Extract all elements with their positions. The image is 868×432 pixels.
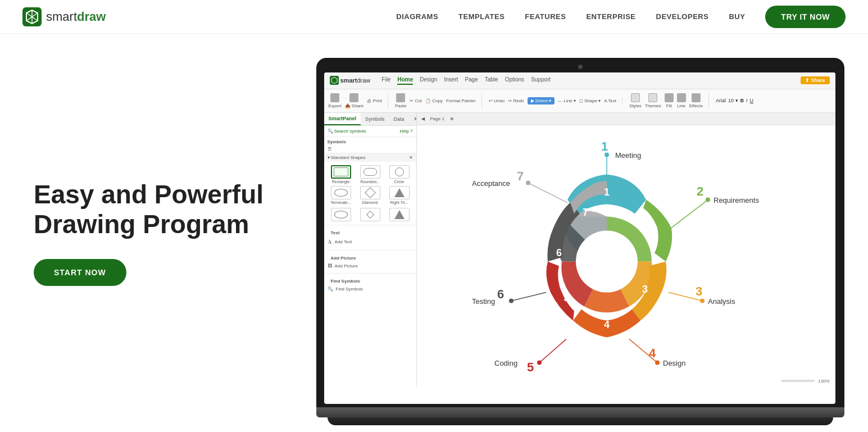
toolbar-effects[interactable]: Effects	[689, 93, 703, 108]
svg-text:Requirements: Requirements	[714, 195, 759, 204]
shape-triangle[interactable]: Right Tri...	[386, 186, 413, 204]
shapes-close[interactable]: ✕	[409, 155, 413, 160]
shapes-grid: Rectangle Rounded... Circle	[324, 162, 416, 208]
toolbar-export[interactable]: Export	[329, 93, 342, 108]
toolbar-themes[interactable]: Themes	[645, 93, 661, 108]
shape-rectangle[interactable]: Rectangle	[328, 165, 355, 184]
help-link[interactable]: Help ?	[399, 129, 412, 134]
svg-text:3: 3	[696, 284, 702, 298]
find-symbols-section: Find Symbols 🔍 Find Symbols	[324, 273, 416, 296]
sidebar-close[interactable]: ✕	[409, 113, 417, 125]
laptop-screen: smartdraw File Home Design Insert Page T…	[324, 72, 835, 404]
shape-terminate[interactable]: Terminate...	[328, 186, 355, 204]
app-menu-insert[interactable]: Insert	[444, 76, 458, 85]
search-symbols-link[interactable]: 🔍 Search symbols	[328, 129, 366, 134]
zoom-bar[interactable]	[781, 380, 815, 382]
svg-line-19	[671, 199, 708, 228]
toolbar-share[interactable]: 📤 Share	[345, 93, 364, 108]
add-picture-row[interactable]: 🖼 Add Picture	[328, 262, 413, 270]
try-it-now-button[interactable]: TRY IT NOW	[765, 6, 846, 28]
toolbar-cut[interactable]: ✂ Cut	[410, 98, 422, 103]
add-text-row[interactable]: 𝐀 Add Text	[328, 237, 413, 247]
nav-templates[interactable]: TEMPLATES	[458, 12, 505, 21]
start-now-button[interactable]: START NOW	[34, 259, 126, 286]
app-toolbar: Export 📤 Share 🖨 Print	[324, 89, 835, 113]
nav-buy[interactable]: BUY	[729, 12, 745, 21]
toolbar-styles[interactable]: Styles	[629, 93, 642, 108]
hero-right: smartdraw File Home Design Insert Page T…	[292, 41, 868, 425]
svg-point-40	[526, 180, 530, 185]
app-menu-file[interactable]: File	[381, 76, 390, 85]
svg-text:3: 3	[642, 283, 648, 294]
nav-developers[interactable]: DEVELOPERS	[656, 12, 709, 21]
picture-section: Add Picture 🖼 Add Picture	[324, 250, 416, 273]
app-body: SmartPanel Symbols Data ✕ 🔍 Search symbo…	[324, 113, 835, 387]
app-menu-home[interactable]: Home	[397, 76, 413, 85]
app-menu-page[interactable]: Page	[465, 76, 478, 85]
logo[interactable]: smartdraw	[22, 7, 106, 26]
app-menu-support[interactable]: Support	[531, 76, 551, 85]
add-text-icon: 𝐀	[328, 238, 332, 245]
canvas-nav-left[interactable]: ◀	[421, 116, 425, 121]
logo-icon	[22, 7, 42, 26]
sidebar-tab-data[interactable]: Data	[389, 113, 409, 125]
svg-text:5: 5	[527, 360, 534, 374]
canvas-toolbar: ◀ Page 1 ⊕	[417, 113, 835, 125]
laptop-camera	[578, 65, 583, 69]
app-menu-options[interactable]: Options	[505, 76, 524, 85]
shape-diamond[interactable]: Diamond	[357, 186, 384, 204]
svg-point-36	[509, 298, 513, 303]
font-underline[interactable]: U	[750, 98, 754, 103]
shape-circle[interactable]: Circle	[386, 165, 413, 184]
toolbar-print[interactable]: 🖨 Print	[367, 98, 382, 103]
nav-features[interactable]: FEATURES	[525, 12, 566, 21]
shapes-grid2	[324, 208, 416, 225]
text-section: Text 𝐀 Add Text	[324, 225, 416, 250]
toolbar-line-style[interactable]: Line	[677, 93, 686, 108]
shape-extra2[interactable]	[357, 208, 384, 221]
toolbar-fill[interactable]: Fill	[665, 93, 674, 108]
toolbar-paste[interactable]: Paste	[395, 93, 406, 108]
toolbar-shape[interactable]: ◻ Shape ▾	[579, 98, 601, 103]
app-logo-text: smartdraw	[340, 77, 371, 84]
find-symbols-label: Find Symbols	[336, 287, 363, 292]
app-share-button[interactable]: ⬆ Share	[801, 76, 830, 84]
canvas-add-page[interactable]: ⊕	[450, 116, 454, 121]
toolbar-format-painter[interactable]: Format Painter	[446, 98, 476, 103]
svg-text:Design: Design	[663, 358, 685, 367]
sidebar-tab-symbols[interactable]: Symbols	[361, 113, 389, 125]
add-picture-icon: 🖼	[328, 263, 332, 269]
font-size[interactable]: 10 ▾	[728, 98, 738, 103]
nav-enterprise[interactable]: ENTERPRISE	[586, 12, 635, 21]
add-picture-label: Add Picture	[335, 263, 358, 269]
hero-title: Easy and Powerful Drawing Program	[34, 180, 292, 239]
toolbar-undo[interactable]: ↩ Undo	[489, 98, 505, 103]
svg-point-32	[537, 360, 542, 365]
sidebar-tab-smartpanel[interactable]: SmartPanel	[324, 113, 361, 125]
toolbar-line[interactable]: — Line ▾	[558, 98, 576, 103]
toolbar-copy[interactable]: 📋 Copy	[425, 98, 443, 103]
app-menu-table[interactable]: Table	[485, 76, 498, 85]
svg-line-39	[528, 183, 567, 202]
font-italic[interactable]: I	[746, 98, 748, 103]
find-symbols-row[interactable]: 🔍 Find Symbols	[328, 285, 413, 293]
shape-extra3[interactable]	[386, 208, 413, 221]
svg-text:1: 1	[604, 186, 610, 197]
toolbar-text[interactable]: A Text	[604, 98, 616, 103]
app-menu-design[interactable]: Design	[420, 76, 437, 85]
font-bold[interactable]: B	[740, 98, 744, 103]
svg-point-20	[706, 197, 710, 202]
shapes-header-label: ▾ Standard Shapes	[328, 155, 366, 160]
shape-rounded[interactable]: Rounded...	[357, 165, 384, 184]
svg-text:6: 6	[497, 287, 504, 301]
font-name[interactable]: Arial	[716, 98, 726, 103]
svg-text:Testing: Testing	[472, 297, 495, 305]
svg-text:7: 7	[517, 169, 524, 183]
toolbar-group-export: Export 📤 Share 🖨 Print	[329, 93, 388, 108]
laptop: smartdraw File Home Design Insert Page T…	[316, 58, 844, 425]
shape-extra1[interactable]	[328, 208, 355, 221]
nav-diagrams[interactable]: DIAGRAMS	[396, 12, 438, 21]
toolbar-redo[interactable]: ↪ Redo	[508, 98, 524, 103]
app-sidebar: SmartPanel Symbols Data ✕ 🔍 Search symbo…	[324, 113, 417, 387]
toolbar-select[interactable]: ▶ Select ▾	[528, 97, 555, 104]
